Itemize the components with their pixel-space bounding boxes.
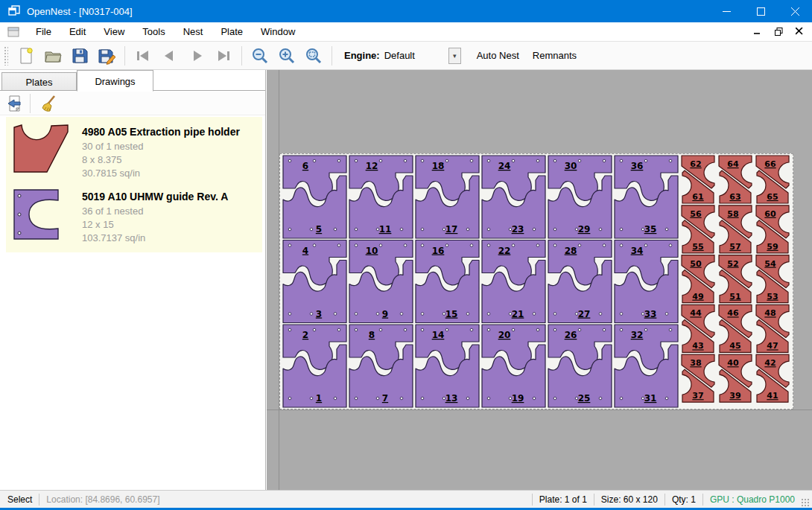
red-part-pair[interactable]: 4241 — [756, 354, 789, 402]
part-number: 57 — [729, 242, 740, 252]
nav-previous-icon[interactable] — [156, 45, 183, 67]
menu-edit[interactable]: Edit — [60, 23, 95, 40]
red-part-pair[interactable]: 5251 — [719, 255, 752, 303]
resize-grip[interactable] — [801, 498, 810, 507]
menu-nest[interactable]: Nest — [174, 23, 212, 40]
purple-part-pair[interactable]: 1211 — [349, 156, 413, 238]
purple-part-pair[interactable]: 1817 — [416, 156, 479, 238]
mdi-restore-icon[interactable] — [770, 24, 787, 39]
zoom-out-icon[interactable] — [247, 45, 273, 67]
menu-window[interactable]: Window — [252, 23, 304, 40]
purple-part-pair[interactable]: 2221 — [482, 240, 545, 323]
menu-file[interactable]: File — [27, 23, 60, 40]
red-part-pair[interactable]: 5049 — [682, 255, 714, 303]
red-part-pair[interactable]: 4847 — [756, 305, 789, 352]
part-number: 9 — [382, 309, 388, 319]
part-number: 44 — [690, 308, 702, 318]
part-number: 49 — [692, 292, 703, 302]
maximize-icon[interactable] — [743, 0, 778, 22]
red-part-pair[interactable]: 6463 — [719, 156, 752, 203]
new-document-icon[interactable] — [13, 45, 39, 67]
side-panel: Plates Drawings 4980 A05 Extraction pipe… — [0, 70, 266, 490]
purple-part-pair[interactable]: 3635 — [615, 156, 678, 238]
clean-sweep-icon[interactable] — [37, 93, 60, 114]
part-number: 51 — [729, 292, 740, 302]
purple-part-pair[interactable]: 65 — [283, 156, 346, 238]
purple-part-pair[interactable]: 2625 — [548, 325, 612, 407]
red-part-pair[interactable]: 5453 — [756, 255, 789, 303]
part-number: 17 — [445, 224, 458, 235]
close-icon[interactable] — [778, 0, 812, 22]
part-number: 20 — [498, 330, 511, 340]
engine-select-value[interactable]: Default — [384, 50, 448, 61]
nested-parts-layout[interactable]: 6512111817242330293635431091615222128273… — [280, 154, 793, 409]
part-number: 64 — [727, 159, 739, 169]
purple-part-pair[interactable]: 3231 — [615, 325, 678, 407]
save-as-icon[interactable] — [93, 45, 120, 67]
red-part-pair[interactable]: 6665 — [756, 156, 789, 203]
red-part-pair[interactable]: 4443 — [682, 305, 714, 352]
menu-plate[interactable]: Plate — [212, 23, 252, 40]
zoom-in-icon[interactable] — [273, 45, 300, 67]
zoom-fit-icon[interactable] — [300, 45, 327, 67]
part-number: 66 — [764, 159, 776, 169]
purple-part-pair[interactable]: 1413 — [416, 325, 479, 407]
red-part-pair[interactable]: 6261 — [682, 156, 714, 203]
red-part-pair[interactable]: 3837 — [682, 354, 714, 402]
drawing-title: 4980 A05 Extraction pipe holder — [82, 126, 240, 138]
part-number: 42 — [764, 358, 775, 368]
purple-part-pair[interactable]: 3029 — [548, 156, 612, 238]
remnants-button[interactable]: Remnants — [526, 45, 583, 66]
part-number: 26 — [565, 330, 577, 340]
nav-last-icon[interactable] — [210, 45, 237, 67]
red-part-pair[interactable]: 4039 — [719, 354, 752, 402]
nav-next-icon[interactable] — [183, 45, 210, 67]
part-number: 50 — [690, 259, 702, 269]
part-number: 55 — [692, 242, 703, 252]
menu-bar: File Edit View Tools Nest Plate Window — [0, 22, 812, 42]
engine-label: Engine: — [344, 50, 380, 61]
purple-part-pair[interactable]: 3433 — [615, 240, 678, 323]
part-number: 37 — [692, 391, 703, 401]
status-bar: Select Location: [84.8696, 60.6957] Plat… — [0, 490, 812, 508]
save-icon[interactable] — [66, 45, 93, 67]
purple-part-pair[interactable]: 109 — [349, 240, 413, 323]
status-separator — [664, 494, 665, 506]
purple-part-pair[interactable]: 21 — [283, 325, 346, 407]
mdi-close-icon[interactable] — [791, 24, 808, 39]
nest-canvas[interactable]: 6512111817242330293635431091615222128273… — [267, 70, 812, 490]
purple-part-pair[interactable]: 1615 — [416, 240, 479, 323]
engine-dropdown-icon[interactable]: ▾ — [448, 48, 461, 64]
red-part-pair[interactable]: 5655 — [682, 205, 714, 253]
purple-part-pair[interactable]: 43 — [283, 240, 346, 323]
toolbar-grip[interactable] — [4, 46, 8, 66]
red-part-pair[interactable]: 4645 — [719, 305, 752, 352]
open-folder-icon[interactable] — [39, 45, 66, 67]
mdi-minimize-icon[interactable] — [749, 24, 766, 39]
purple-part-pair[interactable]: 2019 — [482, 325, 545, 407]
mdi-document-icon[interactable] — [7, 27, 19, 37]
return-drawing-icon[interactable] — [3, 93, 27, 114]
purple-part-pair[interactable]: 2423 — [482, 156, 545, 238]
part-number: 24 — [498, 161, 511, 171]
plate-sheet[interactable]: 6512111817242330293635431091615222128273… — [279, 153, 793, 409]
status-location: Location: [84.8696, 60.6957] — [46, 494, 159, 505]
purple-part-pair[interactable]: 2827 — [548, 240, 612, 323]
auto-nest-button[interactable]: Auto Nest — [470, 45, 526, 66]
tab-plates[interactable]: Plates — [1, 72, 77, 91]
app-window: OpenNest - [N0317-004] File Edit View To… — [0, 0, 812, 510]
menu-view[interactable]: View — [95, 23, 133, 40]
nav-first-icon[interactable] — [130, 45, 156, 67]
minimize-icon[interactable] — [709, 0, 743, 22]
menu-tools[interactable]: Tools — [133, 23, 174, 40]
tab-drawings[interactable]: Drawings — [77, 70, 153, 92]
part-number: 10 — [366, 246, 378, 256]
drawing-item-uhmw-guide[interactable]: 5019 A10 UHMW guide Rev. A 36 of 1 neste… — [6, 185, 262, 249]
red-part-pair[interactable]: 5857 — [719, 205, 752, 253]
part-number: 63 — [729, 192, 740, 202]
red-part-pair[interactable]: 6059 — [756, 205, 789, 253]
part-number: 25 — [578, 393, 591, 404]
part-number: 18 — [432, 161, 445, 171]
purple-part-pair[interactable]: 87 — [349, 325, 413, 407]
drawing-item-extraction-pipe-holder[interactable]: 4980 A05 Extraction pipe holder 30 of 1 … — [6, 120, 262, 185]
